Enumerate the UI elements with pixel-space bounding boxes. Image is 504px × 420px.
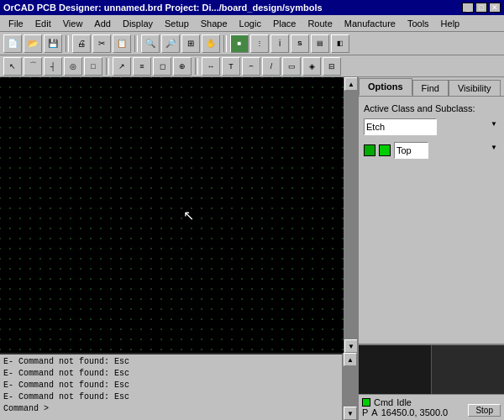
canvas-vscrollbar[interactable]: ▲ ▼ (344, 77, 357, 353)
tb2-select[interactable]: ↖ (3, 57, 22, 76)
tb-zoom-in[interactable]: 🔍 (141, 34, 160, 53)
tb-open[interactable]: 📂 (24, 34, 42, 53)
menu-add[interactable]: Add (89, 18, 116, 29)
tb-extra1[interactable]: ▤ (311, 34, 329, 53)
scroll-track[interactable] (344, 91, 357, 339)
menu-edit[interactable]: Edit (30, 18, 56, 29)
tb-grid[interactable]: ⋮ (250, 34, 269, 53)
log-line-4: E- Command not found: Esc (3, 391, 339, 403)
tb2-measure[interactable]: ↔ (202, 57, 220, 76)
tb-print[interactable]: 🖨 (72, 34, 91, 53)
tb2-shape[interactable]: ◻ (153, 57, 171, 76)
menu-logic[interactable]: Logic (234, 18, 266, 29)
subclass-dropdown-wrapper: Top Bottom Inner1 Inner2 (394, 142, 499, 159)
tb2-route[interactable]: ↗ (113, 57, 131, 76)
log-line-2: E- Command not found: Esc (3, 368, 339, 380)
status-indicator (362, 398, 370, 407)
tb2-pad[interactable]: □ (84, 57, 102, 76)
tb2-line[interactable]: / (262, 57, 281, 76)
stop-button[interactable]: Stop (468, 404, 501, 417)
log-content: E- Command not found: Esc E- Command not… (0, 353, 344, 420)
app-window: OrCAD PCB Designer: unnamed.brd Project:… (0, 0, 504, 420)
tb2-extra1[interactable]: ◈ (302, 57, 321, 76)
class-dropdown[interactable]: Etch Via Pin Board Geometry (364, 118, 437, 135)
tb2-arc[interactable]: ⌢ (242, 57, 260, 76)
scroll-up-button[interactable]: ▲ (344, 77, 358, 91)
tb2-pin[interactable]: ┤ (44, 57, 62, 76)
panel-content: Active Class and Subclass: Etch Via Pin … (359, 97, 504, 344)
tb-extra2[interactable]: ◧ (331, 34, 349, 53)
tb-zoom-fit[interactable]: ⊞ (181, 34, 200, 53)
left-section: ↖ ▲ ▼ E- Command not found: Esc E- Comma… (0, 77, 357, 420)
drawing-area-container: ↖ ▲ ▼ (0, 77, 357, 353)
tb2-text[interactable]: T (222, 57, 240, 76)
active-class-label: Active Class and Subclass: (364, 103, 499, 113)
menu-route[interactable]: Route (302, 18, 337, 29)
tab-options[interactable]: Options (359, 78, 412, 96)
tb2-via[interactable]: ◎ (64, 57, 82, 76)
class-color-indicator[interactable] (364, 144, 375, 156)
tb-colors[interactable]: ■ (230, 34, 249, 53)
tb-save[interactable]: 💾 (44, 34, 62, 53)
log-vscrollbar[interactable]: ▲ ▼ (344, 353, 357, 420)
p-label: P (362, 407, 368, 417)
class-dropdown-wrapper: Etch Via Pin Board Geometry (364, 118, 499, 135)
tb2-bus[interactable]: ≡ (133, 57, 151, 76)
toolbar-sep-1 (66, 35, 69, 52)
tb-new[interactable]: 📄 (3, 34, 22, 53)
tb2-rect[interactable]: ▭ (282, 57, 301, 76)
tb-zoom-out[interactable]: 🔎 (161, 34, 180, 53)
log-area: E- Command not found: Esc E- Command not… (0, 353, 357, 420)
menu-display[interactable]: Display (118, 18, 158, 29)
preview-left (359, 345, 431, 394)
tab-bar: Options Find Visibility (359, 77, 504, 97)
log-scroll-up[interactable]: ▲ (344, 353, 357, 366)
tb-pan[interactable]: ✋ (202, 34, 220, 53)
tb-copy[interactable]: 📋 (113, 34, 131, 53)
a-label: A (371, 407, 377, 417)
toolbar2-sep-2 (195, 58, 198, 75)
menu-file[interactable]: File (3, 18, 29, 29)
tb-cut[interactable]: ✂ (92, 34, 111, 53)
menu-bar: File Edit View Add Display Setup Shape L… (0, 15, 504, 32)
window-title: OrCAD PCB Designer: unnamed.brd Project:… (3, 3, 323, 13)
idle-label: Idle (396, 397, 412, 407)
log-line-1: E- Command not found: Esc (3, 356, 339, 368)
log-line-5: Command > (3, 403, 339, 415)
tab-find[interactable]: Find (412, 80, 449, 96)
menu-view[interactable]: View (58, 18, 88, 29)
tb2-comp[interactable]: ⊕ (173, 57, 192, 76)
panel-preview (359, 344, 504, 394)
subclass-dropdown[interactable]: Top Bottom Inner1 Inner2 (394, 142, 428, 159)
tb-snap[interactable]: S (291, 34, 309, 53)
window-controls: _ □ ✕ (462, 3, 501, 13)
toolbar-1: 📄 📂 💾 🖨 ✂ 📋 🔍 🔎 ⊞ ✋ ■ ⋮ i S ▤ ◧ (0, 32, 504, 55)
tb2-wire[interactable]: ⌒ (24, 57, 42, 76)
scroll-down-button[interactable]: ▼ (344, 339, 358, 353)
cmd-label: Cmd (374, 397, 393, 407)
center-area: ↖ ▲ ▼ E- Command not found: Esc E- Comma… (0, 77, 504, 420)
toolbar2-sep-1 (106, 58, 109, 75)
menu-shape[interactable]: Shape (196, 18, 233, 29)
right-panel: Options Find Visibility Active Class and… (357, 77, 504, 420)
menu-place[interactable]: Place (268, 18, 302, 29)
maximize-button[interactable]: □ (475, 3, 487, 13)
coord-label: 16450.0, 3500.0 (381, 407, 449, 417)
canvas-dots (0, 77, 344, 353)
subclass-color-indicator[interactable] (379, 144, 391, 156)
menu-manufacture[interactable]: Manufacture (339, 18, 401, 29)
log-scroll-track[interactable] (344, 366, 357, 407)
tab-visibility[interactable]: Visibility (449, 80, 501, 96)
toolbar-sep-3 (223, 35, 227, 52)
title-bar: OrCAD PCB Designer: unnamed.brd Project:… (0, 0, 504, 15)
menu-tools[interactable]: Tools (402, 18, 434, 29)
log-scroll-down[interactable]: ▼ (344, 407, 357, 420)
minimize-button[interactable]: _ (462, 3, 474, 13)
pcb-canvas[interactable]: ↖ (0, 77, 344, 353)
close-button[interactable]: ✕ (489, 3, 501, 13)
tb2-extra2[interactable]: ⊟ (323, 57, 341, 76)
menu-help[interactable]: Help (436, 18, 465, 29)
tb-info[interactable]: i (270, 34, 289, 53)
menu-setup[interactable]: Setup (160, 18, 194, 29)
log-line-3: E- Command not found: Esc (3, 380, 339, 391)
